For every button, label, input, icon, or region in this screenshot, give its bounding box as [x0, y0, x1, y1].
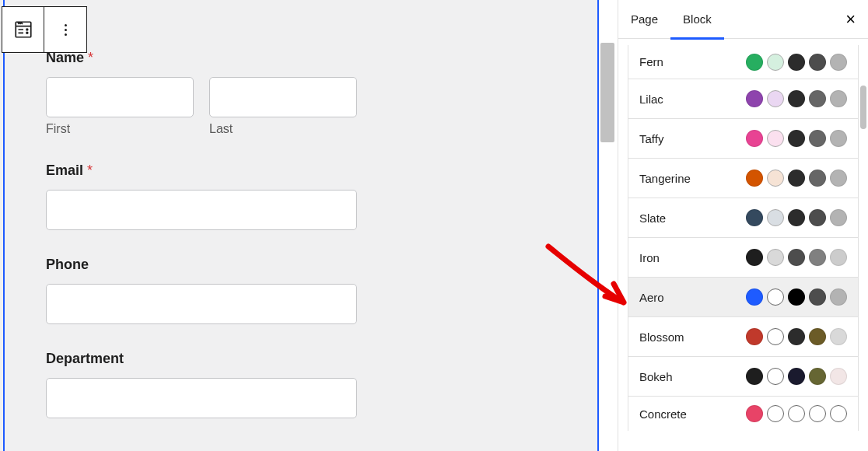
email-input[interactable] [46, 190, 357, 230]
editor-scrollbar-thumb[interactable] [600, 43, 614, 142]
swatch [830, 54, 847, 71]
swatch [746, 328, 763, 345]
swatch [746, 368, 763, 385]
swatch [767, 54, 784, 71]
swatch [830, 90, 847, 107]
swatch [788, 249, 805, 266]
swatch [830, 368, 847, 385]
department-input[interactable] [46, 378, 357, 418]
swatch [809, 90, 826, 107]
field-phone: Phone [46, 257, 357, 324]
theme-name: Blossom [639, 330, 684, 344]
swatch [830, 130, 847, 147]
editor-canvas: Name * First Last Email * [0, 0, 599, 451]
swatch [830, 209, 847, 226]
swatch [830, 249, 847, 266]
theme-row-blossom[interactable]: Blossom [628, 317, 858, 357]
required-mark: * [87, 163, 93, 178]
email-label: Email * [46, 163, 357, 179]
sidebar-scrollbar-thumb[interactable] [860, 86, 866, 129]
last-sublabel: Last [209, 122, 357, 136]
theme-row-iron[interactable]: Iron [628, 238, 858, 278]
swatch [830, 170, 847, 187]
theme-swatches [746, 368, 847, 385]
theme-name: Concrete [639, 407, 687, 421]
close-sidebar-button[interactable]: × [845, 11, 856, 28]
swatch [788, 90, 805, 107]
swatch [746, 54, 763, 71]
more-vertical-icon [65, 24, 67, 36]
swatch [809, 54, 826, 71]
theme-swatches [746, 405, 847, 422]
field-name: Name * First Last [46, 50, 357, 136]
form-block[interactable]: Name * First Last Email * [3, 0, 599, 451]
theme-row-aero[interactable]: Aero [628, 278, 858, 317]
swatch [830, 328, 847, 345]
theme-row-fern[interactable]: Fern [628, 45, 858, 79]
theme-row-taffy[interactable]: Taffy [628, 119, 858, 159]
swatch [746, 170, 763, 187]
theme-row-bokeh[interactable]: Bokeh [628, 357, 858, 397]
swatch [809, 328, 826, 345]
theme-swatches [746, 249, 847, 266]
first-sublabel: First [46, 122, 194, 136]
theme-name: Taffy [639, 132, 663, 145]
theme-swatches [746, 288, 847, 306]
swatch [767, 368, 784, 385]
theme-name: Bokeh [639, 370, 673, 383]
theme-swatches [746, 209, 847, 226]
swatch [788, 328, 805, 345]
theme-row-concrete[interactable]: Concrete [628, 397, 858, 431]
phone-input[interactable] [46, 284, 357, 324]
theme-name: Fern [639, 55, 663, 68]
theme-swatches [746, 170, 847, 187]
theme-swatches [746, 130, 847, 147]
swatch [767, 170, 784, 187]
department-label: Department [46, 351, 357, 367]
theme-row-lilac[interactable]: Lilac [628, 79, 858, 119]
swatch [788, 405, 805, 422]
swatch [788, 209, 805, 226]
theme-row-slate[interactable]: Slate [628, 198, 858, 238]
swatch [767, 328, 784, 345]
required-mark: * [88, 50, 93, 65]
first-name-input[interactable] [46, 77, 194, 117]
tab-page[interactable]: Page [618, 0, 670, 39]
swatch [746, 130, 763, 147]
theme-name: Lilac [639, 93, 663, 106]
swatch [746, 405, 763, 422]
theme-list: FernLilacTaffyTangerineSlateIronAeroBlos… [628, 45, 859, 431]
block-toolbar [2, 6, 87, 53]
theme-name: Slate [639, 212, 666, 225]
swatch [746, 249, 763, 266]
swatch [767, 130, 784, 147]
tab-block[interactable]: Block [670, 0, 724, 39]
swatch [788, 368, 805, 385]
sidebar-tabs: Page Block × [618, 0, 868, 39]
name-label: Name * [46, 50, 357, 66]
swatch [767, 288, 784, 306]
theme-swatches [746, 90, 847, 107]
swatch [767, 90, 784, 107]
theme-row-tangerine[interactable]: Tangerine [628, 159, 858, 198]
block-type-button[interactable] [2, 7, 44, 52]
svg-point-2 [26, 32, 28, 33]
theme-name: Aero [639, 291, 664, 304]
more-options-button[interactable] [44, 7, 86, 52]
swatch [809, 288, 826, 306]
form-fields: Name * First Last Email * [46, 50, 357, 445]
swatch [788, 288, 805, 306]
swatch [746, 209, 763, 226]
label-text: Email [46, 163, 83, 178]
swatch [809, 209, 826, 226]
swatch [788, 54, 805, 71]
last-name-input[interactable] [209, 77, 357, 117]
swatch [809, 368, 826, 385]
settings-sidebar: Page Block × FernLilacTaffyTangerineSlat… [618, 0, 868, 451]
swatch [746, 288, 763, 306]
swatch [788, 130, 805, 147]
svg-point-1 [26, 29, 28, 30]
swatch [767, 209, 784, 226]
theme-swatches [746, 54, 847, 71]
form-icon [13, 19, 33, 40]
